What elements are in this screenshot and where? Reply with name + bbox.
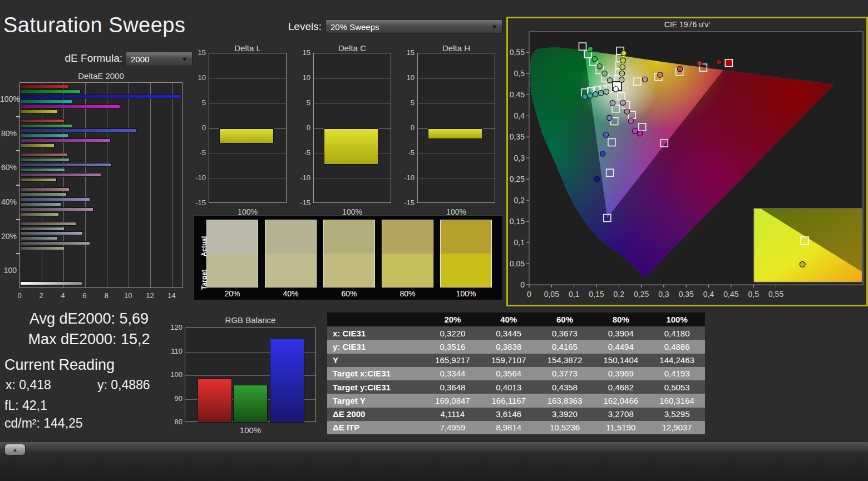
x-tick-label: 0,55 [768,290,783,299]
actual-target-swatch-panel: ActualTarget20%40%60%80%100% [194,215,503,300]
measured-point [716,59,722,65]
measured-point [620,65,625,70]
cie-diagram: 00,050,10,150,20,250,30,350,40,450,50,55… [508,29,866,305]
delta-bar [428,128,482,139]
table-cell: 0,4886 [649,340,705,353]
measured-point [620,58,626,63]
y-tick-label: 0,25 [510,175,525,184]
x-tick-label: 0,25 [634,290,649,299]
table-cell: 10,5236 [537,421,593,434]
compare-swatch [323,220,375,287]
de-formula-value: 2000 [131,54,149,64]
y-tick-label: 0,1 [514,238,525,247]
de-formula-dropdown[interactable]: 2000 ▼ [126,52,193,66]
x-tick-label: 8 [100,291,113,300]
table-cell: 3,2708 [593,408,649,421]
x-tick-label: 0,35 [679,290,694,299]
axis-tick [16,219,19,220]
actual-swatch-half [382,220,433,254]
de-bar [20,222,76,226]
x-tick-label: 12 [143,291,156,300]
axis-tick [16,185,19,186]
table-cell: 0,3648 [425,380,481,394]
y-tick-label: -10 [398,173,415,182]
delta-l-title: Delta L [209,43,287,53]
measured-point [588,46,593,52]
table-cell: 7,4959 [425,421,481,434]
y-tick-label: 0 [520,280,525,289]
measured-point [677,66,683,72]
table-row-label: Target x:CIE31 [327,367,425,380]
table-cell: 0,4682 [593,380,649,394]
axis-tick [16,253,19,254]
table-cell: 0,4193 [649,367,705,380]
x-tick-label: 0,3 [658,290,669,299]
measured-point [597,63,603,69]
y-tick-label: 0 [398,123,415,132]
measured-point [658,72,663,78]
x-tick-label: 0,05 [544,290,559,299]
rgb-balance-title: RGB Balance [185,315,316,325]
current-reading-title: Current Reading [4,356,115,374]
measured-point [633,128,638,134]
de-bar [20,124,72,128]
y-tick-label: 0,4 [514,111,525,120]
measured-point [604,89,609,95]
levels-value: 20% Sweeps [331,22,379,32]
y-tick-label: -5 [189,148,206,157]
y-tick-label: 15 [189,48,206,57]
y-tick-label: 10 [189,73,206,82]
target-swatch-half [382,254,433,287]
delta-l-chart: Delta L151050-5-10-15100% [189,43,290,211]
de-bar [20,143,55,147]
de-bar [20,95,182,98]
gridline [85,83,86,287]
gridline [209,153,286,154]
x-tick-label: 10 [121,291,135,300]
swatch-percent-label: 40% [265,289,317,298]
gridline [418,178,495,179]
measured-point [607,115,613,121]
x-tick-label: 0,5 [748,290,759,299]
de-bar [20,231,83,235]
x-tick-label: 14 [165,291,178,300]
y-tick-label: -5 [398,148,415,157]
table-cell: 8,9814 [481,421,537,434]
y-tick-label: 0,05 [510,259,525,268]
de-bar [20,227,65,231]
swatch-percent-label: 60% [323,289,375,298]
y-tick-label: 10 [294,73,310,82]
table-row: Target y:CIE310,36480,40130,43580,46820,… [327,380,705,394]
de-bar [20,153,67,157]
de-formula-label: dE Formula: [53,52,122,65]
table-cell: 159,7107 [481,354,537,367]
table-cell: 160,3164 [649,394,705,407]
y-tick-label: 90 [167,394,183,403]
x-tick-label: 2 [34,291,48,300]
de-bar [20,212,59,216]
swatch-percent-label: 100% [440,289,492,298]
table-row: ΔE 20004,11143,61463,39203,27083,5295 [327,408,705,421]
gridline [314,103,391,104]
de-bar [20,85,68,88]
blue-bar [270,339,304,423]
y-tick-label: -10 [294,173,310,182]
table-cell: 150,1404 [593,354,649,367]
table-row-label: Y [327,354,425,367]
levels-dropdown[interactable]: 20% Sweeps ▼ [326,19,502,34]
table-row: x: CIE310,32200,34450,36730,39040,4180 [327,326,705,340]
de-bar [20,197,90,201]
table-cell: 3,5295 [649,408,705,421]
swatch-percent-label: 20% [206,289,258,298]
x-tick-label: 0,2 [614,290,625,299]
delta-c-title: Delta C [313,43,391,53]
x-tick-label: 0,15 [589,290,604,299]
table-header-corner [327,313,425,326]
y-tick-label: 5 [189,98,206,107]
deltae2000-chart: DeltaE 200002468101214100%80%60%40%20%10… [0,71,186,301]
measured-point [642,77,648,82]
measured-point [602,71,608,76]
table-cell: 0,3969 [593,367,649,380]
scroll-up-button[interactable]: ▲ [4,444,26,455]
table-column-header: 80% [593,313,649,326]
